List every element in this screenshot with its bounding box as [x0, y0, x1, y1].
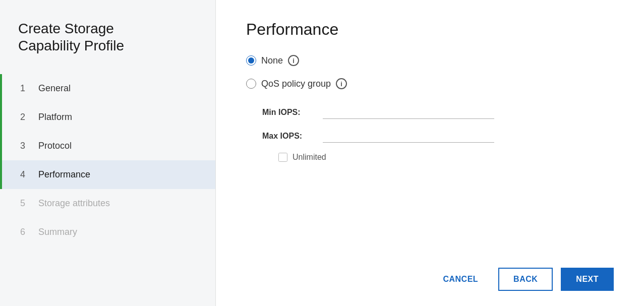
radio-qos[interactable] — [246, 79, 256, 89]
cancel-button[interactable]: CANCEL — [431, 268, 490, 291]
unlimited-checkbox[interactable] — [278, 153, 287, 162]
sidebar-item-protocol[interactable]: 3 Protocol — [0, 132, 215, 160]
unlimited-label: Unlimited — [292, 153, 326, 162]
form-content: None i QoS policy group i Min IOPS: Max … — [246, 55, 614, 258]
footer-buttons: CANCEL BACK NEXT — [246, 258, 614, 291]
radio-none-label: None — [261, 55, 283, 66]
next-button[interactable]: NEXT — [561, 268, 614, 291]
min-iops-label: Min IOPS: — [262, 108, 313, 117]
radio-none[interactable] — [246, 55, 256, 66]
sidebar-item-summary[interactable]: 6 Summary — [0, 218, 215, 247]
step-label-protocol: Protocol — [38, 141, 72, 151]
min-iops-row: Min IOPS: — [262, 105, 614, 119]
step-number-6: 6 — [20, 227, 30, 237]
radio-group-performance: None i QoS policy group i Min IOPS: Max … — [246, 55, 614, 162]
qos-fields: Min IOPS: Max IOPS: Unlimited — [262, 105, 614, 162]
max-iops-input[interactable] — [323, 129, 494, 143]
sidebar-item-general[interactable]: 1 General — [0, 74, 215, 103]
step-number-3: 3 — [20, 141, 30, 151]
radio-row-qos: QoS policy group i — [246, 78, 614, 89]
back-button[interactable]: BACK — [498, 268, 553, 291]
max-iops-row: Max IOPS: — [262, 129, 614, 143]
radio-row-none: None i — [246, 55, 614, 66]
steps-list: 1 General 2 Platform 3 Protocol 4 Perfor… — [0, 74, 215, 306]
step-number-5: 5 — [20, 198, 30, 209]
step-number-4: 4 — [20, 169, 30, 180]
sidebar-item-storage-attributes[interactable]: 5 Storage attributes — [0, 189, 215, 218]
max-iops-label: Max IOPS: — [262, 132, 313, 141]
step-label-performance: Performance — [38, 169, 90, 180]
qos-info-icon[interactable]: i — [336, 78, 347, 89]
step-label-summary: Summary — [38, 227, 77, 237]
none-info-icon[interactable]: i — [288, 55, 299, 66]
unlimited-row: Unlimited — [278, 153, 614, 162]
sidebar: Create StorageCapability Profile 1 Gener… — [0, 0, 216, 306]
step-label-platform: Platform — [38, 112, 72, 123]
sidebar-item-performance[interactable]: 4 Performance — [0, 160, 215, 189]
min-iops-input[interactable] — [323, 105, 494, 119]
section-title: Performance — [246, 20, 614, 39]
main-content: Performance None i QoS policy group i Mi… — [216, 0, 644, 306]
step-number-1: 1 — [20, 83, 30, 94]
step-label-general: General — [38, 83, 71, 94]
step-number-2: 2 — [20, 112, 30, 123]
step-label-storage-attributes: Storage attributes — [38, 198, 110, 209]
sidebar-item-platform[interactable]: 2 Platform — [0, 103, 215, 132]
page-title: Create StorageCapability Profile — [0, 20, 215, 74]
radio-qos-label: QoS policy group — [261, 79, 331, 89]
